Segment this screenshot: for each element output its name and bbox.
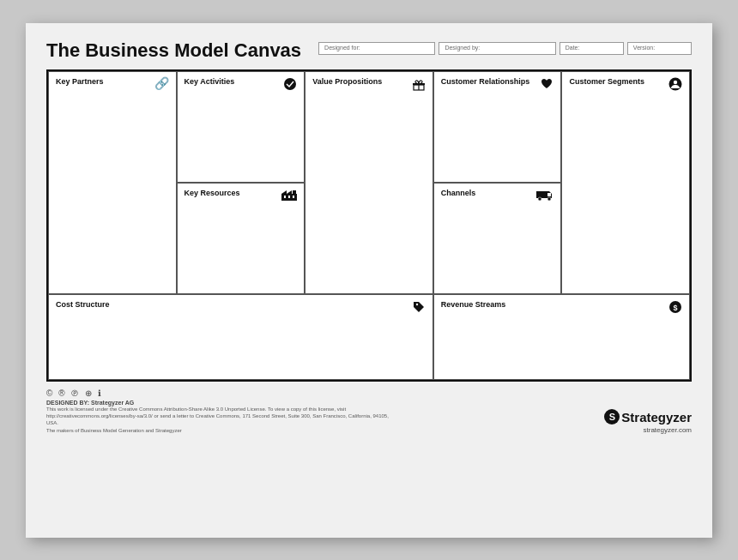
svg-text:$: $ bbox=[673, 304, 677, 312]
designed-by-label: Designed by: bbox=[445, 45, 549, 51]
customer-segments-cell: Customer Segments bbox=[561, 71, 690, 294]
cost-structure-header: Cost Structure bbox=[56, 300, 426, 316]
strategyzer-s-icon: S bbox=[604, 409, 620, 425]
key-resources-icon bbox=[281, 189, 297, 202]
version-label: Version: bbox=[633, 45, 686, 51]
cost-structure-label: Cost Structure bbox=[56, 300, 110, 309]
value-propositions-icon bbox=[412, 77, 426, 93]
customer-relationships-label: Customer Relationships bbox=[441, 77, 530, 86]
svg-rect-11 bbox=[288, 196, 290, 198]
key-activities-header: Key Activities bbox=[184, 77, 298, 93]
value-propositions-label: Value Propositions bbox=[312, 77, 382, 86]
key-resources-header: Key Resources bbox=[184, 189, 298, 202]
svg-rect-12 bbox=[293, 196, 294, 198]
customer-relationships-cell: Customer Relationships bbox=[433, 71, 562, 183]
svg-point-15 bbox=[538, 197, 541, 201]
svg-point-18 bbox=[416, 303, 418, 304]
svg-point-0 bbox=[284, 78, 296, 90]
footer-company: DESIGNED BY: Strategyzer AG bbox=[46, 400, 390, 406]
svg-point-16 bbox=[547, 197, 551, 201]
strategyzer-logo: S Strategyzer bbox=[604, 409, 692, 425]
cost-structure-cell: Cost Structure bbox=[48, 294, 433, 380]
strategyzer-brand: Strategyzer bbox=[621, 410, 692, 425]
version-field[interactable]: Version: bbox=[627, 42, 692, 55]
date-field[interactable]: Date: bbox=[560, 42, 624, 55]
svg-point-5 bbox=[674, 80, 677, 83]
value-propositions-header: Value Propositions bbox=[312, 77, 426, 93]
page: The Business Model Canvas Designed for: … bbox=[26, 23, 712, 538]
footer-right: S Strategyzer strategyzer.com bbox=[604, 409, 692, 434]
svg-marker-8 bbox=[287, 190, 292, 194]
designed-for-field[interactable]: Designed for: bbox=[318, 42, 435, 55]
key-partners-cell: Key Partners 🔗 bbox=[48, 71, 177, 294]
footer-license-text: This work is licensed under the Creative… bbox=[46, 406, 390, 427]
key-resources-cell: Key Resources bbox=[177, 183, 305, 294]
key-partners-label: Key Partners bbox=[56, 77, 104, 86]
svg-rect-17 bbox=[547, 193, 551, 196]
designed-for-label: Designed for: bbox=[324, 45, 429, 51]
customer-segments-icon bbox=[668, 77, 682, 93]
footer-left: © ® ℗ ⊕ ℹ DESIGNED BY: Strategyzer AG Th… bbox=[46, 388, 390, 435]
revenue-streams-icon: $ bbox=[668, 300, 682, 316]
customer-relationships-header: Customer Relationships bbox=[441, 77, 554, 93]
value-propositions-cell: Value Propositions bbox=[305, 71, 433, 294]
channels-icon bbox=[536, 189, 554, 202]
footer-tagline: The makers of Business Model Generation … bbox=[46, 427, 390, 434]
key-activities-cell: Key Activities bbox=[177, 71, 305, 183]
key-resources-label: Key Resources bbox=[184, 189, 240, 197]
designed-by-field[interactable]: Designed by: bbox=[439, 42, 555, 55]
channels-cell: Channels bbox=[433, 183, 562, 294]
svg-rect-10 bbox=[284, 196, 286, 198]
strategyzer-url: strategyzer.com bbox=[604, 426, 692, 434]
header: The Business Model Canvas Designed for: … bbox=[46, 40, 692, 61]
key-partners-header: Key Partners 🔗 bbox=[56, 77, 169, 89]
key-activities-label: Key Activities bbox=[184, 77, 235, 86]
svg-rect-9 bbox=[293, 190, 296, 194]
channels-label: Channels bbox=[441, 189, 476, 197]
customer-relationships-icon bbox=[540, 77, 554, 93]
cost-structure-icon bbox=[412, 300, 426, 316]
header-fields: Designed for: Designed by: Date: Version… bbox=[318, 42, 692, 55]
customer-segments-label: Customer Segments bbox=[569, 77, 644, 86]
channels-header: Channels bbox=[441, 189, 554, 202]
revenue-streams-cell: Revenue Streams $ bbox=[433, 294, 690, 380]
svg-marker-7 bbox=[281, 190, 287, 194]
license-icons: © ® ℗ ⊕ ℹ bbox=[46, 388, 390, 398]
business-model-canvas: Key Partners 🔗 Key Activities bbox=[46, 69, 692, 382]
page-title: The Business Model Canvas bbox=[46, 40, 301, 61]
key-activities-icon bbox=[283, 77, 297, 93]
footer: © ® ℗ ⊕ ℹ DESIGNED BY: Strategyzer AG Th… bbox=[46, 388, 692, 435]
revenue-streams-header: Revenue Streams $ bbox=[441, 300, 682, 316]
svg-rect-13 bbox=[536, 191, 547, 198]
key-partners-icon: 🔗 bbox=[154, 77, 169, 89]
date-label: Date: bbox=[566, 45, 618, 51]
revenue-streams-label: Revenue Streams bbox=[441, 300, 506, 309]
customer-segments-header: Customer Segments bbox=[569, 77, 682, 93]
